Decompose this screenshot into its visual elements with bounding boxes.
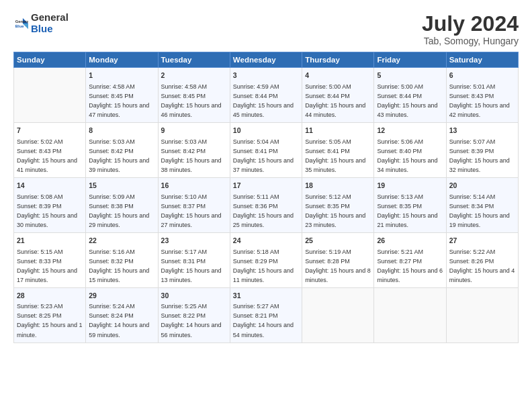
weekday-header-tuesday: Tuesday bbox=[158, 52, 230, 68]
calendar-cell: 13Sunrise: 5:07 AMSunset: 8:39 PMDayligh… bbox=[446, 123, 518, 178]
day-number: 10 bbox=[233, 126, 299, 136]
logo-blue-text: Blue bbox=[31, 24, 69, 35]
day-number: 11 bbox=[305, 126, 371, 136]
calendar-cell bbox=[446, 287, 518, 342]
day-number: 4 bbox=[305, 71, 371, 81]
weekday-header-monday: Monday bbox=[86, 52, 158, 68]
cell-info: Sunrise: 5:04 AMSunset: 8:41 PMDaylight:… bbox=[233, 138, 294, 173]
day-number: 3 bbox=[233, 71, 299, 81]
calendar-cell: 6Sunrise: 5:01 AMSunset: 8:43 PMDaylight… bbox=[446, 68, 518, 123]
calendar-cell: 27Sunrise: 5:22 AMSunset: 8:26 PMDayligh… bbox=[446, 232, 518, 287]
cell-info: Sunrise: 5:15 AMSunset: 8:33 PMDaylight:… bbox=[17, 248, 77, 283]
weekday-header-sunday: Sunday bbox=[14, 52, 86, 68]
calendar-cell: 10Sunrise: 5:04 AMSunset: 8:41 PMDayligh… bbox=[230, 123, 302, 178]
calendar-cell: 31Sunrise: 5:27 AMSunset: 8:21 PMDayligh… bbox=[230, 287, 302, 342]
day-number: 6 bbox=[449, 71, 515, 81]
day-number: 29 bbox=[89, 291, 154, 301]
calendar-cell: 8Sunrise: 5:03 AMSunset: 8:42 PMDaylight… bbox=[86, 123, 158, 178]
day-number: 14 bbox=[17, 181, 83, 191]
day-number: 12 bbox=[377, 126, 443, 136]
day-number: 26 bbox=[377, 236, 443, 246]
cell-info: Sunrise: 5:10 AMSunset: 8:37 PMDaylight:… bbox=[161, 193, 222, 228]
calendar-cell: 30Sunrise: 5:25 AMSunset: 8:22 PMDayligh… bbox=[158, 287, 230, 342]
cell-info: Sunrise: 5:14 AMSunset: 8:34 PMDaylight:… bbox=[449, 193, 510, 228]
weekday-header-wednesday: Wednesday bbox=[230, 52, 302, 68]
svg-text:Blue: Blue bbox=[15, 24, 24, 28]
calendar-table: SundayMondayTuesdayWednesdayThursdayFrid… bbox=[13, 52, 519, 342]
day-number: 28 bbox=[17, 291, 83, 301]
cell-info: Sunrise: 5:09 AMSunset: 8:38 PMDaylight:… bbox=[89, 193, 149, 228]
subtitle: Tab, Somogy, Hungary bbox=[422, 36, 519, 46]
calendar-cell: 5Sunrise: 5:00 AMSunset: 8:44 PMDaylight… bbox=[374, 68, 446, 123]
day-number: 30 bbox=[161, 291, 227, 301]
cell-info: Sunrise: 5:17 AMSunset: 8:31 PMDaylight:… bbox=[161, 248, 222, 283]
day-number: 2 bbox=[161, 71, 227, 81]
calendar-cell: 12Sunrise: 5:06 AMSunset: 8:40 PMDayligh… bbox=[374, 123, 446, 178]
week-row-1: 1Sunrise: 4:58 AMSunset: 8:45 PMDaylight… bbox=[14, 68, 519, 123]
calendar-cell: 14Sunrise: 5:08 AMSunset: 8:39 PMDayligh… bbox=[14, 177, 86, 232]
cell-info: Sunrise: 5:08 AMSunset: 8:39 PMDaylight:… bbox=[17, 193, 77, 228]
cell-info: Sunrise: 5:06 AMSunset: 8:40 PMDaylight:… bbox=[377, 138, 437, 173]
calendar-cell: 17Sunrise: 5:11 AMSunset: 8:36 PMDayligh… bbox=[230, 177, 302, 232]
cell-info: Sunrise: 5:22 AMSunset: 8:26 PMDaylight:… bbox=[449, 248, 515, 283]
day-number: 18 bbox=[305, 181, 371, 191]
cell-info: Sunrise: 5:21 AMSunset: 8:27 PMDaylight:… bbox=[377, 248, 443, 283]
cell-info: Sunrise: 5:18 AMSunset: 8:29 PMDaylight:… bbox=[233, 248, 294, 283]
cell-info: Sunrise: 4:58 AMSunset: 8:45 PMDaylight:… bbox=[89, 83, 149, 118]
day-number: 23 bbox=[161, 236, 227, 246]
day-number: 22 bbox=[89, 236, 154, 246]
calendar-cell: 4Sunrise: 5:00 AMSunset: 8:44 PMDaylight… bbox=[302, 68, 374, 123]
svg-text:General: General bbox=[15, 19, 28, 24]
cell-info: Sunrise: 5:16 AMSunset: 8:32 PMDaylight:… bbox=[89, 248, 149, 283]
calendar-cell: 23Sunrise: 5:17 AMSunset: 8:31 PMDayligh… bbox=[158, 232, 230, 287]
cell-info: Sunrise: 4:58 AMSunset: 8:45 PMDaylight:… bbox=[161, 83, 222, 118]
day-number: 16 bbox=[161, 181, 227, 191]
day-number: 27 bbox=[449, 236, 515, 246]
cell-info: Sunrise: 5:24 AMSunset: 8:24 PMDaylight:… bbox=[89, 303, 149, 338]
calendar-cell bbox=[374, 287, 446, 342]
day-number: 25 bbox=[305, 236, 371, 246]
day-number: 20 bbox=[449, 181, 515, 191]
logo-general-text: General bbox=[31, 12, 69, 24]
cell-info: Sunrise: 5:27 AMSunset: 8:21 PMDaylight:… bbox=[233, 303, 294, 338]
calendar-cell: 2Sunrise: 4:58 AMSunset: 8:45 PMDaylight… bbox=[158, 68, 230, 123]
day-number: 17 bbox=[233, 181, 299, 191]
header: General Blue General Blue July 2024 Tab,… bbox=[13, 12, 519, 46]
day-number: 8 bbox=[89, 126, 154, 136]
cell-info: Sunrise: 4:59 AMSunset: 8:44 PMDaylight:… bbox=[233, 83, 294, 118]
cell-info: Sunrise: 5:05 AMSunset: 8:41 PMDaylight:… bbox=[305, 138, 365, 173]
cell-info: Sunrise: 5:07 AMSunset: 8:39 PMDaylight:… bbox=[449, 138, 510, 173]
cell-info: Sunrise: 5:13 AMSunset: 8:35 PMDaylight:… bbox=[377, 193, 437, 228]
week-row-5: 28Sunrise: 5:23 AMSunset: 8:25 PMDayligh… bbox=[14, 287, 519, 342]
day-number: 19 bbox=[377, 181, 443, 191]
day-number: 1 bbox=[89, 71, 154, 81]
calendar-cell: 1Sunrise: 4:58 AMSunset: 8:45 PMDaylight… bbox=[86, 68, 158, 123]
weekday-header-saturday: Saturday bbox=[446, 52, 518, 68]
day-number: 15 bbox=[89, 181, 154, 191]
day-number: 5 bbox=[377, 71, 443, 81]
calendar-page: General Blue General Blue July 2024 Tab,… bbox=[0, 0, 532, 411]
weekday-header-thursday: Thursday bbox=[302, 52, 374, 68]
title-block: July 2024 Tab, Somogy, Hungary bbox=[422, 12, 519, 46]
calendar-cell: 19Sunrise: 5:13 AMSunset: 8:35 PMDayligh… bbox=[374, 177, 446, 232]
day-number: 21 bbox=[17, 236, 83, 246]
day-number: 13 bbox=[449, 126, 515, 136]
calendar-cell bbox=[14, 68, 86, 123]
logo-icon: General Blue bbox=[15, 17, 28, 30]
calendar-cell: 11Sunrise: 5:05 AMSunset: 8:41 PMDayligh… bbox=[302, 123, 374, 178]
cell-info: Sunrise: 5:11 AMSunset: 8:36 PMDaylight:… bbox=[233, 193, 294, 228]
day-number: 24 bbox=[233, 236, 299, 246]
weekday-header-row: SundayMondayTuesdayWednesdayThursdayFrid… bbox=[14, 52, 519, 68]
calendar-cell bbox=[302, 287, 374, 342]
day-number: 31 bbox=[233, 291, 299, 301]
calendar-cell: 20Sunrise: 5:14 AMSunset: 8:34 PMDayligh… bbox=[446, 177, 518, 232]
calendar-cell: 24Sunrise: 5:18 AMSunset: 8:29 PMDayligh… bbox=[230, 232, 302, 287]
cell-info: Sunrise: 5:12 AMSunset: 8:35 PMDaylight:… bbox=[305, 193, 365, 228]
cell-info: Sunrise: 5:03 AMSunset: 8:42 PMDaylight:… bbox=[89, 138, 149, 173]
cell-info: Sunrise: 5:03 AMSunset: 8:42 PMDaylight:… bbox=[161, 138, 222, 173]
cell-info: Sunrise: 5:00 AMSunset: 8:44 PMDaylight:… bbox=[305, 83, 365, 118]
calendar-cell: 28Sunrise: 5:23 AMSunset: 8:25 PMDayligh… bbox=[14, 287, 86, 342]
cell-info: Sunrise: 5:01 AMSunset: 8:43 PMDaylight:… bbox=[449, 83, 510, 118]
cell-info: Sunrise: 5:23 AMSunset: 8:25 PMDaylight:… bbox=[17, 303, 83, 338]
logo: General Blue General Blue bbox=[13, 12, 69, 34]
